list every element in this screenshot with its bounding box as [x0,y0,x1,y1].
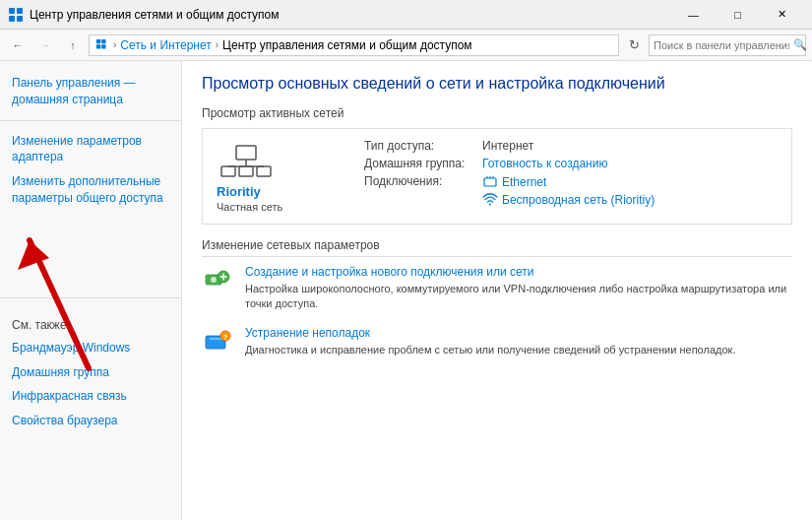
back-button[interactable]: ← [6,33,30,57]
settings-item-new-connection: Создание и настройка нового подключения … [202,265,792,312]
active-networks-title: Просмотр активных сетей [202,106,792,120]
sidebar-browser-link[interactable]: Свойства браузера [0,409,181,433]
troubleshoot-link[interactable]: Устранение неполадок [245,326,370,340]
svg-marker-9 [18,240,49,270]
svg-rect-12 [221,166,235,176]
svg-rect-10 [236,146,256,160]
network-type: Частная сеть [217,201,344,213]
up-button[interactable]: ↑ [61,33,85,57]
homegroup-label: Домашняя группа: [364,157,482,170]
sidebar: Панель управления — домашняя страница Из… [0,61,182,520]
home-icon [95,38,109,52]
red-arrow [10,221,128,378]
troubleshoot-desc: Диагностика и исправление проблем с сеть… [245,343,792,358]
path-separator1: › [113,39,116,50]
svg-point-22 [211,277,217,283]
search-icon: 🔍 [793,38,807,51]
content-area: Просмотр основных сведений о сети и наст… [182,61,812,520]
svg-rect-2 [9,16,15,22]
close-button[interactable]: ✕ [760,0,804,30]
svg-rect-0 [9,8,15,14]
maximize-button[interactable]: □ [716,0,760,30]
network-name[interactable]: Rioritiy [217,184,344,199]
address-path: › Сеть и Интернет › Центр управления сет… [89,34,619,56]
title-bar: Центр управления сетями и общим доступом… [0,0,812,30]
address-bar: ← → ↑ › Сеть и Интернет › Центр управлен… [0,30,812,61]
access-label: Тип доступа: [364,139,482,153]
svg-rect-13 [239,166,253,176]
search-box: 🔍 [649,34,806,56]
sidebar-home-link[interactable]: Панель управления — домашняя страница [0,71,181,112]
main-layout: Панель управления — домашняя страница Из… [0,61,812,520]
sidebar-divider-1 [0,120,181,121]
sidebar-sharing-link[interactable]: Изменить дополнительные параметры общего… [0,169,181,211]
troubleshoot-text: Устранение неполадок Диагностика и испра… [245,326,792,358]
wifi-icon [482,192,498,208]
network-panel: Rioritiy Частная сеть Тип доступа: Интер… [202,128,792,225]
svg-rect-6 [96,44,100,48]
network-icon [217,141,276,180]
connections-row: Подключения: Ethernet [364,174,778,210]
forward-button[interactable]: → [33,33,57,57]
svg-text:?: ? [223,333,227,340]
path-separator2: › [216,39,219,50]
page-title: Просмотр основных сведений о сети и наст… [202,75,792,93]
ethernet-icon [482,174,498,190]
change-settings: Изменение сетевых параметров Создание и … [202,238,792,358]
connection-wifi: Беспроводная сеть (Rioritiy) [482,192,655,208]
homegroup-row: Домашняя группа: Готовность к созданию [364,157,778,170]
path-current: Центр управления сетями и общим доступом [222,38,472,52]
access-type-row: Тип доступа: Интернет [364,139,778,153]
homegroup-value[interactable]: Готовность к созданию [482,157,607,170]
path-link-1[interactable]: Сеть и Интернет [120,38,211,52]
window-title: Центр управления сетями и общим доступом [30,8,280,22]
svg-rect-3 [17,16,23,22]
conn2-link[interactable]: Беспроводная сеть (Rioritiy) [502,193,655,207]
title-bar-controls: — □ ✕ [671,0,804,30]
new-connection-icon [202,265,233,296]
svg-rect-5 [101,38,105,42]
connection-ethernet: Ethernet [482,174,655,190]
title-bar-left: Центр управления сетями и общим доступом [8,7,280,23]
svg-rect-4 [96,38,100,42]
svg-rect-1 [17,8,23,14]
change-settings-title: Изменение сетевых параметров [202,238,792,257]
refresh-button[interactable]: ↻ [623,34,645,56]
sidebar-infrared-link[interactable]: Инфракрасная связь [0,384,181,409]
new-connection-link[interactable]: Создание и настройка нового подключения … [245,265,534,279]
new-connection-desc: Настройка широкополосного, коммутируемог… [245,282,792,312]
connections-list: Ethernet Беспроводная сеть (Rioritiy) [482,174,655,210]
search-input[interactable] [654,39,789,51]
new-connection-text: Создание и настройка нового подключения … [245,265,792,312]
access-value: Интернет [482,139,533,153]
troubleshoot-icon: ? [202,326,233,358]
settings-item-troubleshoot: ? Устранение неполадок Диагностика и исп… [202,326,792,358]
sidebar-adapter-link[interactable]: Изменение параметров адаптера [0,129,181,170]
network-left: Rioritiy Частная сеть [217,139,344,214]
network-right: Тип доступа: Интернет Домашняя группа: Г… [364,139,778,214]
svg-rect-17 [484,178,496,186]
app-icon [8,7,24,23]
conn1-link[interactable]: Ethernet [502,175,546,189]
connections-label: Подключения: [364,174,482,188]
svg-rect-7 [101,44,105,48]
minimize-button[interactable]: — [671,0,716,30]
svg-rect-14 [257,166,271,176]
